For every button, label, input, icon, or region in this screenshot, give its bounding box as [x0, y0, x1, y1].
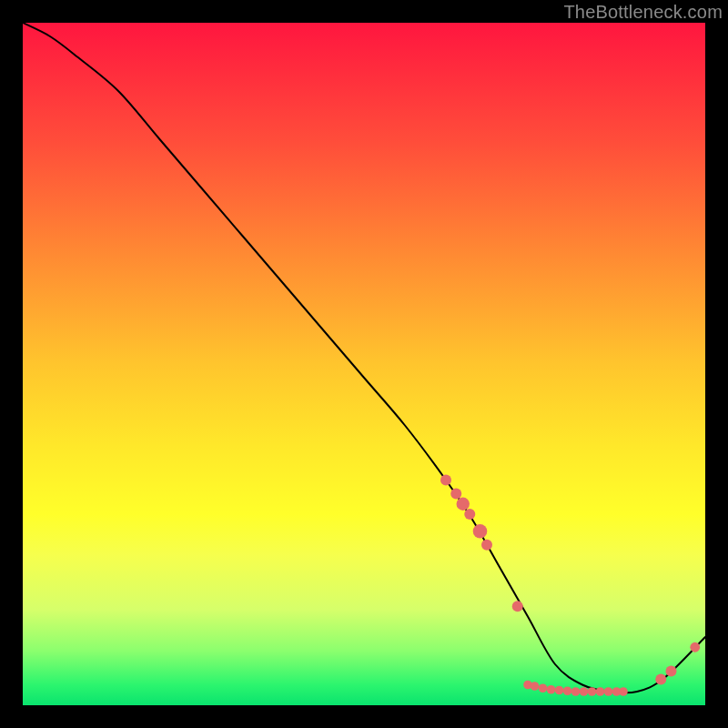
plot-area [23, 23, 705, 705]
data-point [666, 666, 677, 677]
chart-svg [23, 23, 705, 705]
chart-stage: TheBottleneck.com [0, 0, 728, 728]
data-point [531, 682, 540, 691]
data-point [580, 687, 589, 696]
data-point [555, 686, 564, 695]
data-point [464, 509, 475, 520]
data-point [690, 642, 700, 652]
data-point [473, 524, 488, 539]
data-point [619, 687, 628, 696]
data-point [571, 687, 581, 696]
bottleneck-curve [23, 23, 705, 693]
data-point [588, 687, 597, 696]
data-point [563, 686, 572, 695]
data-point [547, 685, 556, 694]
data-point [655, 674, 666, 685]
marker-layer [440, 475, 700, 696]
curve-layer [23, 23, 705, 693]
data-point [604, 687, 613, 696]
data-point [512, 601, 523, 612]
data-point [450, 489, 461, 500]
watermark-text: TheBottleneck.com [563, 2, 723, 23]
data-point [481, 540, 492, 551]
data-point [457, 498, 470, 511]
data-point [539, 683, 548, 693]
data-point [596, 687, 605, 696]
data-point [440, 475, 451, 486]
